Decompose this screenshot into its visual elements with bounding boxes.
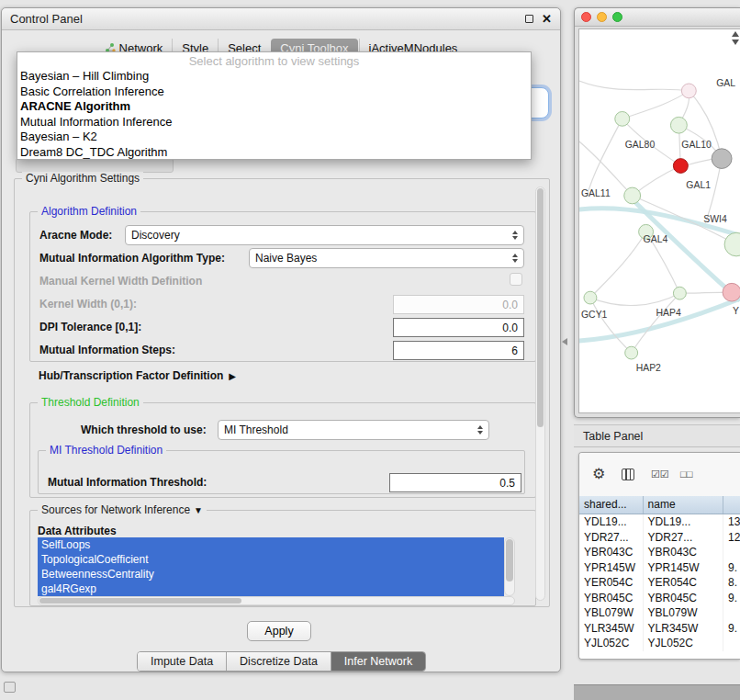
node[interactable]: [670, 117, 687, 133]
aracne-mode-label: Aracne Mode:: [39, 229, 112, 242]
float-window-icon[interactable]: [525, 15, 533, 23]
apply-button[interactable]: Apply: [247, 621, 311, 641]
node[interactable]: [681, 84, 696, 98]
node-label: GAL10: [681, 140, 712, 150]
aracne-mode-select[interactable]: Discovery: [125, 225, 524, 245]
dropdown-option[interactable]: Dream8 DC_TDC Algorithm: [17, 145, 531, 161]
close-icon[interactable]: ✕: [542, 13, 552, 25]
zoom-traffic-light-icon[interactable]: [612, 12, 622, 22]
network-graph: GAL GAL80 GAL10 GAL11 GAL1 SWI4 GAL4 GCY…: [579, 29, 740, 412]
algorithm-dropdown-popup: Select algorithm to view settings Bayesi…: [17, 51, 532, 160]
select-all-checks-icon[interactable]: ☑☑: [651, 469, 669, 480]
mi-threshold-field[interactable]: 0.5: [389, 473, 521, 492]
table-row[interactable]: YPR145WYPR145W9.: [579, 560, 740, 576]
node-label: GAL4: [644, 234, 668, 244]
table-row[interactable]: YDR27...YDR27...12: [579, 530, 740, 546]
list-item[interactable]: BetweennessCentrality: [38, 567, 504, 581]
network-canvas[interactable]: GAL GAL80 GAL10 GAL11 GAL1 SWI4 GAL4 GCY…: [578, 28, 740, 413]
cell: YBR045C: [644, 591, 723, 606]
data-attributes-label: Data Attributes: [38, 525, 117, 537]
window-title: Control Panel: [10, 12, 83, 26]
dropdown-option[interactable]: Bayesian – Hill Climbing: [17, 69, 531, 85]
attribute-list: SelfLoops TopologicalCoefficient Between…: [38, 537, 504, 596]
table-row[interactable]: YDL19...YDL19...13: [579, 514, 740, 530]
node-selected-red[interactable]: [673, 159, 688, 174]
minimized-panel-icon[interactable]: [4, 682, 16, 693]
tab-infer-network[interactable]: Infer Network: [331, 652, 425, 671]
table-row[interactable]: YBR043CYBR043C: [579, 545, 740, 560]
mi-threshold-label: Mutual Information Threshold:: [48, 476, 207, 489]
column-header[interactable]: name: [644, 496, 723, 514]
mi-type-select[interactable]: Naive Bayes: [249, 248, 524, 268]
bottom-tab-group: Impute Data Discretize Data Infer Networ…: [137, 651, 426, 672]
combo-arrows-icon: [512, 254, 518, 263]
list-item[interactable]: SelfLoops: [38, 537, 504, 552]
table-body: YDL19...YDL19...13 YDR27...YDR27...12 YB…: [579, 514, 740, 659]
node-label: GAL11: [581, 188, 611, 198]
cell: YLR345W: [644, 621, 723, 637]
settings-vertical-scrollbar[interactable]: [535, 186, 545, 601]
gear-icon[interactable]: ⚙: [592, 465, 605, 482]
bottom-strip: [574, 684, 740, 700]
list-horizontal-scrollbar[interactable]: [38, 596, 515, 605]
table-row[interactable]: YJL052CYJL052C: [579, 636, 740, 651]
node[interactable]: [673, 287, 686, 299]
table-row[interactable]: YLR345WYLR345W9.: [579, 621, 740, 637]
table-toolbar: ⚙ ☑☑ □□: [579, 453, 740, 496]
node[interactable]: [624, 187, 641, 204]
mi-type-label: Mutual Information Algorithm Type:: [39, 252, 225, 265]
list-vertical-scrollbar[interactable]: [504, 537, 515, 596]
node-gray[interactable]: [712, 149, 732, 169]
hub-section-toggle[interactable]: Hub/Transcription Factor Definition ▶: [39, 369, 236, 382]
group-title: Threshold Definition: [38, 396, 143, 409]
sources-toggle[interactable]: Sources for Network Inference ▼: [38, 503, 207, 516]
dropdown-placeholder: Select algorithm to view settings: [17, 54, 531, 69]
tab-discretize-data[interactable]: Discretize Data: [226, 652, 331, 671]
cell: YLR345W: [579, 621, 644, 637]
dropdown-option[interactable]: Bayesian – K2: [17, 130, 531, 145]
cell: YBL079W: [644, 605, 723, 621]
cell: YJL052C: [579, 636, 644, 651]
column-header[interactable]: [723, 496, 740, 514]
which-threshold-label: Which threshold to use:: [81, 423, 207, 436]
cell: 9.: [723, 560, 740, 576]
which-threshold-select[interactable]: MI Threshold: [218, 420, 489, 440]
dropdown-option-selected[interactable]: ARACNE Algorithm: [17, 99, 531, 115]
list-item[interactable]: gal4RGexp: [38, 581, 504, 596]
dropdown-option[interactable]: Mutual Information Inference: [17, 115, 531, 130]
splitter-collapse-icon[interactable]: [562, 338, 567, 345]
minimize-traffic-light-icon[interactable]: [597, 12, 607, 22]
node[interactable]: [625, 346, 638, 359]
node-label: GAL: [716, 78, 735, 88]
node-pink[interactable]: [723, 283, 740, 301]
dpi-tolerance-field[interactable]: 0.0: [393, 318, 524, 337]
table-row[interactable]: YBR045CYBR045C9.: [579, 591, 740, 606]
list-item[interactable]: TopologicalCoefficient: [38, 552, 504, 567]
table-row[interactable]: YBL079WYBL079W: [579, 605, 740, 621]
dropdown-option[interactable]: Basic Correlation Inference: [17, 85, 531, 100]
manual-kernel-label: Manual Kernel Width Definition: [39, 275, 202, 288]
chevron-right-icon: ▶: [229, 371, 236, 381]
columns-icon[interactable]: [622, 469, 634, 480]
cell: [723, 636, 740, 651]
network-view-window: GAL GAL80 GAL10 GAL11 GAL1 SWI4 GAL4 GCY…: [574, 7, 740, 418]
canvas-scroll-arrows[interactable]: [732, 31, 739, 45]
close-traffic-light-icon[interactable]: [581, 12, 591, 22]
kernel-width-field: 0.0: [393, 295, 524, 314]
node[interactable]: [615, 111, 630, 126]
column-header[interactable]: shared...: [579, 496, 644, 514]
sources-group: Sources for Network Inference ▼ Data Att…: [29, 510, 536, 606]
node-label: GCY1: [581, 310, 608, 320]
clear-checks-icon[interactable]: □□: [680, 469, 692, 480]
mi-threshold-group: MI Threshold Definition Mutual Informati…: [38, 450, 525, 494]
group-title: Cyni Algorithm Settings: [22, 172, 143, 185]
manual-kernel-checkbox[interactable]: [510, 273, 522, 286]
cell: 9.: [723, 621, 740, 637]
algorithm-definition-group: Algorithm Definition Aracne Mode: Discov…: [29, 211, 536, 362]
node-label: Y: [733, 306, 739, 316]
tab-impute-data[interactable]: Impute Data: [138, 652, 226, 671]
table-row[interactable]: YER054CYER054C8.: [579, 575, 740, 591]
node[interactable]: [724, 232, 740, 256]
mi-steps-field[interactable]: 6: [393, 341, 524, 360]
node[interactable]: [584, 291, 597, 304]
